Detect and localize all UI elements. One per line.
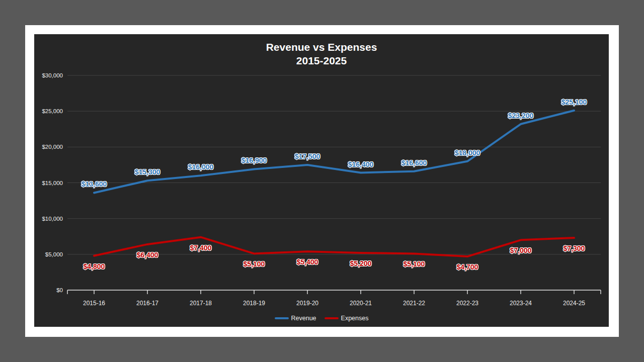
revenue-data-label: $18,000 — [455, 149, 480, 157]
x-axis-tick-label: 2022-23 — [456, 300, 478, 307]
x-axis-tick-label: 2023-24 — [510, 300, 532, 307]
expenses-data-label: $5,200 — [350, 259, 372, 267]
revenue-data-label: $25,100 — [561, 98, 587, 106]
legend-item-expenses: Expenses — [325, 315, 369, 322]
chart: Revenue vs Expenses 2015-2025 $0$5,000$1… — [34, 34, 609, 327]
legend-label-expenses: Expenses — [341, 315, 369, 322]
x-axis-tick-label: 2016-17 — [136, 300, 158, 307]
legend-item-revenue: Revenue — [275, 315, 316, 322]
y-axis-tick-label: $25,000 — [38, 108, 63, 114]
expenses-data-label: $5,100 — [404, 260, 425, 268]
chart-subtitle: 2015-2025 — [34, 54, 609, 67]
y-axis-tick-label: $15,000 — [38, 180, 63, 186]
expenses-data-label: $4,700 — [457, 263, 478, 271]
x-axis-tick-label: 2015-16 — [83, 300, 105, 307]
revenue-data-label: $16,900 — [242, 156, 267, 164]
revenue-data-label: $16,000 — [188, 163, 214, 171]
expenses-data-label: $5,400 — [297, 258, 318, 266]
legend: Revenue Expenses — [34, 315, 609, 322]
revenue-data-label: $16,400 — [348, 160, 374, 168]
expenses-data-label: $7,400 — [190, 244, 212, 252]
x-axis-tick-label: 2024-25 — [563, 300, 585, 307]
revenue-data-label: $13,600 — [82, 180, 107, 188]
revenue-data-label: $17,500 — [295, 152, 320, 160]
presentation-slide: Revenue vs Expenses 2015-2025 $0$5,000$1… — [25, 25, 619, 337]
chart-title-block: Revenue vs Expenses 2015-2025 — [34, 40, 609, 67]
expenses-data-label: $6,400 — [137, 251, 158, 259]
y-axis-tick-label: $0 — [38, 287, 63, 293]
revenue-data-label: $23,200 — [508, 112, 534, 120]
y-axis-tick-label: $10,000 — [38, 216, 63, 222]
x-axis-tick-label: 2017-18 — [190, 300, 212, 307]
x-axis-tick-label: 2021-22 — [403, 300, 425, 307]
revenue-data-label: $16,600 — [401, 159, 427, 167]
axis-and-data-labels: $0$5,000$10,000$15,000$20,000$25,000$30,… — [34, 34, 609, 327]
y-axis-tick-label: $20,000 — [38, 144, 63, 150]
x-axis-tick-label: 2018-19 — [243, 300, 265, 307]
legend-label-revenue: Revenue — [291, 315, 316, 322]
y-axis-tick-label: $5,000 — [38, 251, 63, 257]
y-axis-tick-label: $30,000 — [38, 72, 63, 78]
x-axis-tick-label: 2020-21 — [350, 300, 372, 307]
expenses-data-label: $7,000 — [510, 246, 532, 254]
expenses-data-label: $7,300 — [564, 244, 585, 252]
expenses-data-label: $5,100 — [244, 260, 265, 268]
expenses-data-label: $4,800 — [84, 262, 105, 270]
revenue-data-label: $15,300 — [135, 168, 160, 176]
x-axis-tick-label: 2019-20 — [296, 300, 318, 307]
chart-title: Revenue vs Expenses — [34, 40, 609, 54]
expenses-line-swatch — [325, 317, 339, 319]
revenue-line-swatch — [275, 317, 289, 319]
